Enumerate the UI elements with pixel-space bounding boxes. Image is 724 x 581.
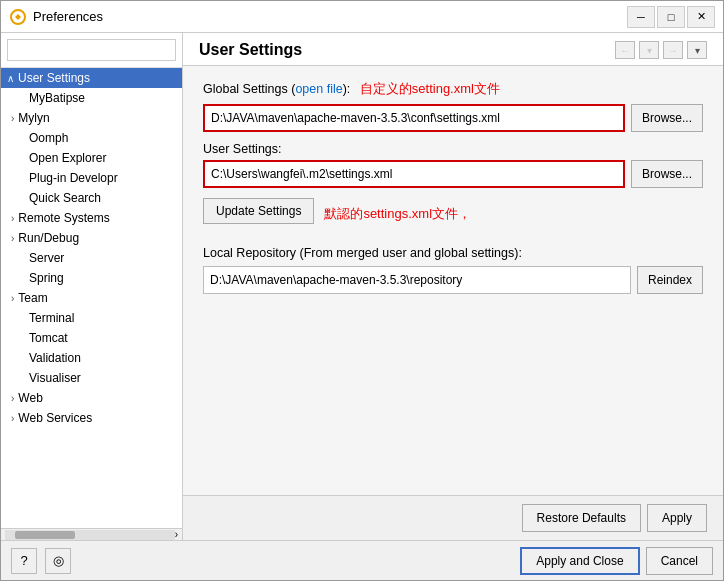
sidebar-item-open-explorer[interactable]: Open Explorer	[1, 148, 182, 168]
sidebar-item-mybatipse[interactable]: MyBatipse	[1, 88, 182, 108]
main-content: ∧ User Settings MyBatipse › Mylyn Oomph …	[1, 33, 723, 540]
preferences-window: Preferences ─ □ ✕ ∧ User Settings MyBati…	[0, 0, 724, 581]
local-repo-input[interactable]	[203, 266, 631, 294]
panel-nav: ← ▾ → ▾	[615, 41, 707, 59]
expand-arrow-icon: ›	[11, 213, 14, 224]
user-settings-label: User Settings:	[203, 142, 703, 156]
expand-arrow-icon: ›	[11, 113, 14, 124]
sidebar-search-input[interactable]	[7, 39, 176, 61]
global-settings-label: Global Settings (open file): 自定义的setting…	[203, 80, 703, 98]
panel-footer: Restore Defaults Apply	[183, 495, 723, 540]
bottom-right-controls: Apply and Close Cancel	[520, 547, 713, 575]
panel-body: Global Settings (open file): 自定义的setting…	[183, 66, 723, 495]
sidebar-item-label: Run/Debug	[18, 231, 79, 245]
collapse-arrow-icon: ∧	[7, 73, 14, 84]
global-annotation: 自定义的setting.xml文件	[360, 81, 500, 96]
nav-dropdown2-button[interactable]: ▾	[687, 41, 707, 59]
sidebar-item-quick-search[interactable]: Quick Search	[1, 188, 182, 208]
sidebar-item-remote-systems[interactable]: › Remote Systems	[1, 208, 182, 228]
sidebar-item-label: Quick Search	[29, 191, 101, 205]
restore-defaults-button[interactable]: Restore Defaults	[522, 504, 641, 532]
sidebar-list: ∧ User Settings MyBatipse › Mylyn Oomph …	[1, 68, 182, 528]
window-title: Preferences	[33, 9, 627, 24]
sidebar-item-web-services[interactable]: › Web Services	[1, 408, 182, 428]
nav-dropdown-button[interactable]: ▾	[639, 41, 659, 59]
global-settings-text: Global Settings (	[203, 82, 295, 96]
sidebar-item-plug-in-develop[interactable]: Plug-in Developr	[1, 168, 182, 188]
sidebar-item-label: Remote Systems	[18, 211, 109, 225]
sidebar-item-server[interactable]: Server	[1, 248, 182, 268]
apply-button[interactable]: Apply	[647, 504, 707, 532]
sidebar-item-label: Web Services	[18, 411, 92, 425]
sidebar-item-label: Tomcat	[29, 331, 68, 345]
scroll-thumb	[15, 531, 75, 539]
sidebar-item-label: Spring	[29, 271, 64, 285]
expand-arrow-icon: ›	[11, 293, 14, 304]
sidebar-search-area	[1, 33, 182, 68]
local-repo-label: Local Repository (From merged user and g…	[203, 246, 703, 260]
sidebar-item-label: Visualiser	[29, 371, 81, 385]
sidebar-item-team[interactable]: › Team	[1, 288, 182, 308]
preferences-icon-button[interactable]: ◎	[45, 548, 71, 574]
bottom-left-controls: ? ◎	[11, 548, 71, 574]
maximize-button[interactable]: □	[657, 6, 685, 28]
window-icon	[9, 8, 27, 26]
sidebar-item-label: Team	[18, 291, 47, 305]
open-file-link[interactable]: open file	[295, 82, 342, 96]
horizontal-scrollbar[interactable]	[5, 530, 175, 540]
sidebar-item-visualiser[interactable]: Visualiser	[1, 368, 182, 388]
sidebar-item-label: Oomph	[29, 131, 68, 145]
browse-button-1[interactable]: Browse...	[631, 104, 703, 132]
local-repo-row: Reindex	[203, 266, 703, 294]
update-settings-row: Update Settings 默認的settings.xml文件，	[203, 198, 703, 230]
browse-button-2[interactable]: Browse...	[631, 160, 703, 188]
apply-and-close-button[interactable]: Apply and Close	[520, 547, 639, 575]
sidebar-item-oomph[interactable]: Oomph	[1, 128, 182, 148]
sidebar-item-validation[interactable]: Validation	[1, 348, 182, 368]
reindex-button[interactable]: Reindex	[637, 266, 703, 294]
panel-title: User Settings	[199, 41, 302, 59]
sidebar-item-user-settings[interactable]: ∧ User Settings	[1, 68, 182, 88]
user-settings-input[interactable]	[203, 160, 625, 188]
minimize-button[interactable]: ─	[627, 6, 655, 28]
sidebar-item-label: Plug-in Developr	[29, 171, 118, 185]
sidebar-item-web[interactable]: › Web	[1, 388, 182, 408]
local-repo-section: Local Repository (From merged user and g…	[203, 246, 703, 294]
sidebar: ∧ User Settings MyBatipse › Mylyn Oomph …	[1, 33, 183, 540]
help-button[interactable]: ?	[11, 548, 37, 574]
cancel-button[interactable]: Cancel	[646, 547, 713, 575]
sidebar-item-spring[interactable]: Spring	[1, 268, 182, 288]
sidebar-item-label: Server	[29, 251, 64, 265]
title-bar: Preferences ─ □ ✕	[1, 1, 723, 33]
bottom-bar: ? ◎ Apply and Close Cancel	[1, 540, 723, 580]
sidebar-item-label: Web	[18, 391, 42, 405]
user-settings-row: Browse...	[203, 160, 703, 188]
nav-back-button[interactable]: ←	[615, 41, 635, 59]
expand-arrow-icon: ›	[11, 413, 14, 424]
close-button[interactable]: ✕	[687, 6, 715, 28]
sidebar-horizontal-scroll: ›	[1, 528, 182, 540]
sidebar-item-label: MyBatipse	[29, 91, 85, 105]
sidebar-item-run-debug[interactable]: › Run/Debug	[1, 228, 182, 248]
global-settings-row: Browse...	[203, 104, 703, 132]
global-settings-input[interactable]	[203, 104, 625, 132]
update-annotation: 默認的settings.xml文件，	[324, 205, 471, 223]
sidebar-item-terminal[interactable]: Terminal	[1, 308, 182, 328]
update-settings-button[interactable]: Update Settings	[203, 198, 314, 224]
sidebar-item-label: Open Explorer	[29, 151, 106, 165]
sidebar-item-mylyn[interactable]: › Mylyn	[1, 108, 182, 128]
nav-forward-button[interactable]: →	[663, 41, 683, 59]
panel-header: User Settings ← ▾ → ▾	[183, 33, 723, 66]
sidebar-item-label: Terminal	[29, 311, 74, 325]
expand-arrow-icon: ›	[11, 393, 14, 404]
sidebar-item-tomcat[interactable]: Tomcat	[1, 328, 182, 348]
right-panel: User Settings ← ▾ → ▾ Global Settings (o…	[183, 33, 723, 540]
window-controls: ─ □ ✕	[627, 6, 715, 28]
scroll-right-arrow[interactable]: ›	[175, 529, 178, 540]
sidebar-item-label: User Settings	[18, 71, 90, 85]
sidebar-item-label: Mylyn	[18, 111, 49, 125]
sidebar-item-label: Validation	[29, 351, 81, 365]
expand-arrow-icon: ›	[11, 233, 14, 244]
